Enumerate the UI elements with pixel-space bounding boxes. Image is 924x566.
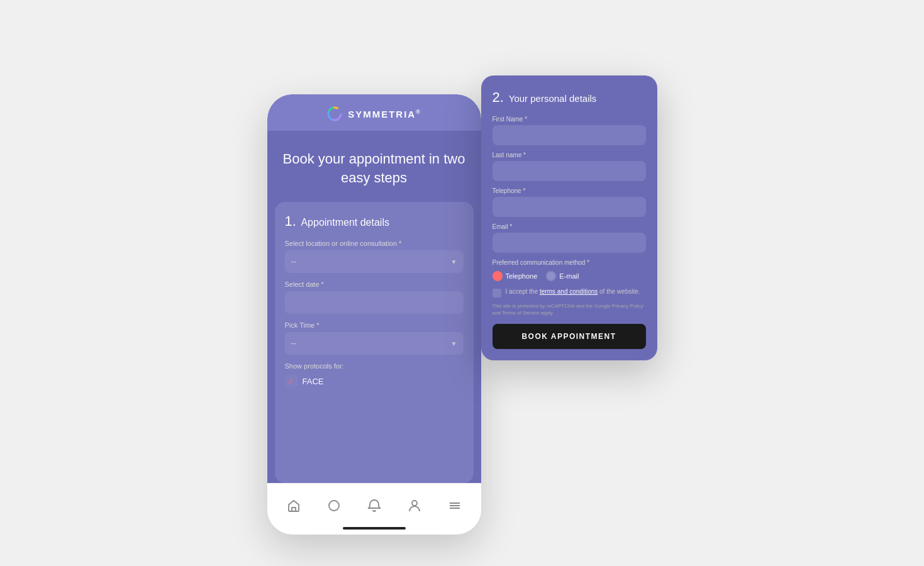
location-select[interactable]: -- (285, 250, 464, 273)
nav-shape-icon[interactable] (321, 493, 347, 518)
email-radio-option[interactable]: E-mail (546, 271, 579, 281)
step1-label: 1. Appointment details (285, 213, 464, 230)
nav-menu-icon[interactable] (442, 493, 467, 518)
nav-person-icon[interactable] (402, 493, 427, 518)
telephone-radio-option[interactable]: Telephone (493, 271, 538, 281)
nav-bell-icon[interactable] (362, 493, 387, 518)
recaptcha-text: This site is protected by reCAPTCHA and … (493, 302, 646, 316)
location-label: Select location or online consultation * (285, 240, 464, 247)
step2-label: 2. Your personal details (493, 89, 646, 106)
home-indicator (343, 527, 406, 530)
first-name-label: First Name * (493, 116, 646, 123)
phone-device: SYMMETRIA® Book your appointment in two … (267, 94, 481, 535)
svg-point-6 (412, 501, 417, 506)
time-select[interactable]: -- (285, 332, 464, 355)
logo-bar: SYMMETRIA® (267, 94, 481, 131)
telephone-input[interactable] (493, 197, 646, 217)
terms-text: I accept the terms and conditions of the… (506, 287, 640, 296)
email-radio-label: E-mail (559, 272, 579, 280)
logo-text: SYMMETRIA® (348, 109, 421, 119)
telephone-label: Telephone * (493, 187, 646, 194)
terms-link[interactable]: terms and conditions (540, 288, 598, 295)
first-name-input[interactable] (493, 125, 646, 145)
telephone-radio-label: Telephone (506, 272, 538, 280)
comm-method-options: Telephone E-mail (493, 271, 646, 281)
face-checkbox[interactable]: ✓ (285, 375, 298, 387)
scene: SYMMETRIA® Book your appointment in two … (267, 57, 657, 509)
svg-rect-4 (292, 508, 296, 511)
date-label: Select date * (285, 280, 464, 288)
phone-nav (267, 483, 481, 527)
personal-details-card: 2. Your personal details First Name * La… (481, 75, 657, 360)
comm-method-label: Preferred communication method * (493, 259, 646, 266)
hero-section: Book your appointment in two easy steps (267, 131, 481, 202)
hero-title: Book your appointment in two easy steps (280, 150, 469, 187)
svg-point-5 (329, 501, 339, 511)
last-name-input[interactable] (493, 161, 646, 181)
location-select-wrap: -- ▼ (285, 250, 464, 273)
terms-row: I accept the terms and conditions of the… (493, 287, 646, 297)
face-label: FACE (303, 377, 324, 386)
book-appointment-button[interactable]: BOOK APPOINTMENT (493, 324, 646, 349)
select-arrow-icon: ▼ (451, 258, 457, 265)
last-name-label: Last name * (493, 152, 646, 158)
email-label: Email * (493, 223, 646, 230)
logo-ring-icon (326, 106, 343, 122)
protocols-label: Show protocols for: (285, 362, 464, 370)
telephone-radio-dot (493, 271, 503, 281)
email-input[interactable] (493, 233, 646, 253)
time-label: Pick Time * (285, 321, 464, 329)
time-arrow-icon: ▼ (451, 340, 457, 347)
checkmark-icon: ✓ (287, 377, 294, 386)
phone-screen: SYMMETRIA® Book your appointment in two … (267, 94, 481, 483)
time-select-wrap: -- ▼ (285, 332, 464, 355)
terms-checkbox[interactable] (493, 289, 501, 297)
nav-home-icon[interactable] (281, 493, 306, 518)
phone-form-card: 1. Appointment details Select location o… (275, 202, 474, 483)
date-input[interactable] (285, 291, 464, 314)
protocols-row: ✓ FACE (285, 375, 464, 387)
email-radio-dot (546, 271, 556, 281)
